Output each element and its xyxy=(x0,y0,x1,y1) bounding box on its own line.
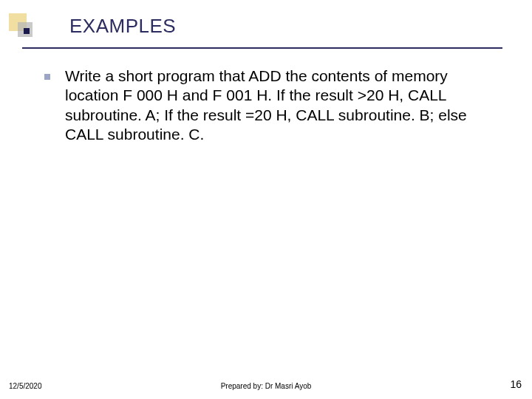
slide-title: EXAMPLES xyxy=(69,15,176,38)
title-underline xyxy=(22,47,502,49)
slide-footer: 12/5/2020 Prepared by: Dr Masri Ayob 16 xyxy=(0,377,532,390)
slide-body: Write a short program that ADD the conte… xyxy=(44,66,502,144)
bullet-item: Write a short program that ADD the conte… xyxy=(44,66,502,144)
bullet-square-icon xyxy=(44,74,50,80)
footer-page-number: 16 xyxy=(510,378,522,390)
footer-author: Prepared by: Dr Masri Ayob xyxy=(0,382,532,390)
decoration-navy-square xyxy=(24,28,30,34)
bullet-text: Write a short program that ADD the conte… xyxy=(65,66,502,144)
title-decoration-icon xyxy=(9,13,59,41)
